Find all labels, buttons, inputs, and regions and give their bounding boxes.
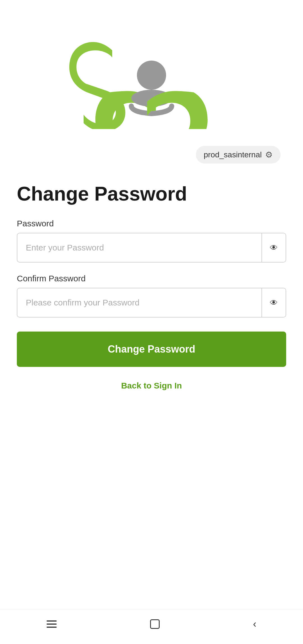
home-button[interactable]: [150, 619, 160, 629]
confirm-password-label: Confirm Password: [17, 274, 286, 283]
logo-container: [17, 34, 286, 129]
password-input-wrapper: 👁: [17, 233, 286, 263]
confirm-password-toggle-button[interactable]: 👁: [261, 288, 286, 317]
password-input[interactable]: [17, 233, 261, 262]
confirm-password-input-wrapper: 👁: [17, 288, 286, 318]
bottom-navigation: ‹: [0, 610, 303, 644]
page-title: Change Password: [17, 183, 286, 205]
change-password-button[interactable]: Change Password: [17, 332, 286, 367]
confirm-eye-icon: 👁: [270, 298, 278, 307]
eye-icon: 👁: [270, 243, 278, 252]
password-group: Password 👁: [17, 219, 286, 263]
environment-label: prod_sasinternal: [204, 150, 262, 159]
sas-logo: [65, 34, 238, 129]
svg-point-0: [137, 61, 166, 90]
confirm-password-group: Confirm Password 👁: [17, 274, 286, 318]
hamburger-menu-button[interactable]: [47, 620, 57, 628]
back-button[interactable]: ‹: [253, 618, 256, 630]
confirm-password-input[interactable]: [17, 288, 261, 317]
environment-badge[interactable]: prod_sasinternal ⚙: [196, 146, 281, 164]
password-toggle-button[interactable]: 👁: [261, 233, 286, 262]
password-label: Password: [17, 219, 286, 228]
gear-icon[interactable]: ⚙: [265, 150, 273, 160]
form-container: Change Password Password 👁 Confirm Passw…: [17, 183, 286, 390]
back-to-signin-link[interactable]: Back to Sign In: [17, 381, 286, 390]
